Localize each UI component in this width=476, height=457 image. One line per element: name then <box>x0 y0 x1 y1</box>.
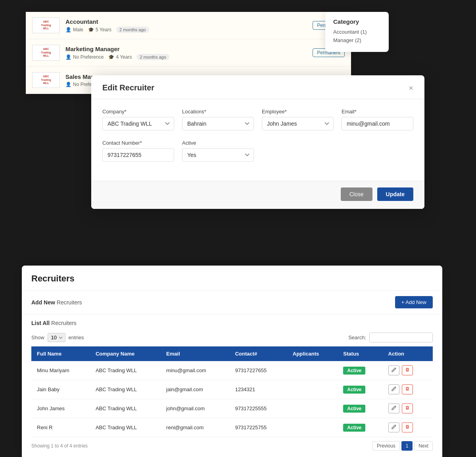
delete-button-1[interactable] <box>402 384 413 394</box>
showing-text: Showing 1 to 4 of 4 entries <box>31 443 88 449</box>
delete-button-2[interactable] <box>402 403 413 413</box>
experience-1: 🎓 5 Years <box>88 27 111 33</box>
person-icon-3: 👤 <box>65 82 71 87</box>
col-company: Company Name <box>90 346 161 361</box>
empty-group-2 <box>342 140 413 162</box>
recruiters-table: Full Name Company Name Email Contact# Ap… <box>31 346 433 437</box>
contact-field-group: Contact Number* <box>102 140 174 162</box>
employee-field-group: Employee* John James <box>262 109 334 130</box>
edit-button-1[interactable] <box>388 384 399 394</box>
edit-button-0[interactable] <box>388 365 399 375</box>
table-row: Jain Baby ABC Trading WLL jain@gmail.com… <box>31 380 433 399</box>
cell-email-2: john@gmail.com <box>161 399 230 418</box>
edit-recruiter-modal: Edit Recruiter × Company* ABC Trading WL… <box>91 75 424 209</box>
category-title: Category <box>333 18 381 25</box>
contact-label: Contact Number* <box>102 140 174 146</box>
col-action: Action <box>383 346 433 361</box>
employee-select[interactable]: John James <box>262 117 334 130</box>
modal-body: Company* ABC Trading WLL Locations* Bahr… <box>91 99 424 181</box>
edit-button-2[interactable] <box>388 403 399 413</box>
edit-button-3[interactable] <box>388 423 399 432</box>
delete-button-0[interactable] <box>402 365 413 375</box>
cell-action-3 <box>383 418 433 437</box>
exp-icon-1: 🎓 <box>88 27 94 33</box>
pagination: Previous 1 Next <box>372 441 433 451</box>
cell-name-2: John James <box>31 399 90 418</box>
list-rest: Recruiters <box>50 320 77 326</box>
list-title: List All Recruiters <box>31 320 77 326</box>
experience-2: 🎓 4 Years <box>108 54 132 60</box>
cell-contact-3: 97317225755 <box>230 418 287 437</box>
modal-header: Edit Recruiter × <box>91 75 424 99</box>
recruiters-section: Recruiters Add New Recruiters + Add New … <box>22 266 442 457</box>
person-icon-1: 👤 <box>65 27 71 33</box>
next-button[interactable]: Next <box>414 441 433 451</box>
status-badge-1: Active <box>343 386 365 394</box>
search-label: Search: <box>348 335 366 340</box>
entries-label: entries <box>69 335 84 340</box>
form-row-1: Company* ABC Trading WLL Locations* Bahr… <box>102 109 413 130</box>
table-row: Minu Mariyam ABC Trading WLL minu@gmail.… <box>31 361 433 380</box>
job-meta-1: 👤 Male 🎓 5 Years 2 months ago <box>65 27 345 33</box>
add-new-button[interactable]: + Add New <box>395 296 433 308</box>
location-select[interactable]: Bahrain <box>182 117 254 130</box>
job-title-1: Accountant <box>65 18 345 25</box>
table-footer: Showing 1 to 4 of 4 entries Previous 1 N… <box>22 437 442 453</box>
cell-contact-1: 1234321 <box>230 380 287 399</box>
company-select[interactable]: ABC Trading WLL <box>102 117 174 130</box>
modal-footer: Close Update <box>91 181 424 209</box>
job-item-2[interactable]: ABCTradingWLL Marketing Manager 👤 No Pre… <box>26 39 351 67</box>
active-field-group: Active Yes <box>182 140 254 162</box>
company-label: Company* <box>102 109 174 115</box>
category-item-1[interactable]: Accountant (1) <box>333 29 381 35</box>
job-info-2: Marketing Manager 👤 No Preference 🎓 4 Ye… <box>65 46 345 60</box>
job-title-2: Marketing Manager <box>65 46 345 52</box>
add-new-bold: Add New <box>31 299 55 306</box>
cell-applicants-0 <box>287 361 338 380</box>
cell-action-0 <box>383 361 433 380</box>
posted-1: 2 months ago <box>116 27 149 33</box>
cell-email-3: reni@gmail.com <box>161 418 230 437</box>
active-select[interactable]: Yes <box>182 148 254 162</box>
entries-select[interactable]: 10 <box>48 333 65 342</box>
gender-2: 👤 No Preference <box>65 54 104 60</box>
category-item-2[interactable]: Manager (2) <box>333 37 381 43</box>
category-panel: Category Accountant (1) Manager (2) <box>325 12 389 52</box>
col-fullname: Full Name <box>31 346 90 361</box>
person-icon-2: 👤 <box>65 54 71 60</box>
update-button[interactable]: Update <box>377 187 413 201</box>
job-meta-2: 👤 No Preference 🎓 4 Years 2 months ago <box>65 54 345 60</box>
close-button[interactable]: Close <box>341 187 372 201</box>
add-new-rest: Recruiters <box>55 299 82 306</box>
col-applicants: Applicants <box>287 346 338 361</box>
delete-button-3[interactable] <box>402 423 413 432</box>
company-logo-3: ABCTradingWLL <box>32 72 60 88</box>
show-entries: Show 10 entries <box>31 333 84 342</box>
col-email: Email <box>161 346 230 361</box>
contact-input[interactable] <box>102 148 174 162</box>
prev-button[interactable]: Previous <box>372 441 400 451</box>
status-badge-2: Active <box>343 405 365 413</box>
job-item-1[interactable]: ABCTradingWLL Accountant 👤 Male 🎓 5 Year… <box>26 12 351 39</box>
add-new-bar: Add New Recruiters + Add New <box>22 291 442 314</box>
cell-contact-0: 97317227655 <box>230 361 287 380</box>
gender-1: 👤 Male <box>65 27 83 33</box>
modal-title: Edit Recruiter <box>102 83 154 92</box>
cell-applicants-3 <box>287 418 338 437</box>
search-input[interactable] <box>369 333 433 342</box>
cell-email-1: jain@gmail.com <box>161 380 230 399</box>
cell-action-2 <box>383 399 433 418</box>
section-header: Recruiters <box>22 266 442 291</box>
section-title: Recruiters <box>31 273 433 284</box>
modal-close-button[interactable]: × <box>409 84 413 92</box>
page-1-button[interactable]: 1 <box>401 441 413 451</box>
email-input[interactable] <box>342 117 413 130</box>
company-logo-1: ABCTradingWLL <box>32 17 60 33</box>
cell-company-1: ABC Trading WLL <box>90 380 161 399</box>
table-body: Minu Mariyam ABC Trading WLL minu@gmail.… <box>31 361 433 437</box>
empty-group-1 <box>262 140 334 162</box>
cell-action-1 <box>383 380 433 399</box>
employee-label: Employee* <box>262 109 334 115</box>
cell-status-1: Active <box>338 380 382 399</box>
company-logo-2: ABCTradingWLL <box>32 45 60 61</box>
